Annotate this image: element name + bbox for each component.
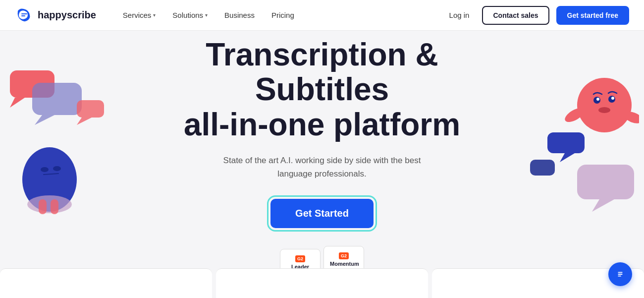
svg-marker-22 — [560, 153, 575, 162]
nav-pricing[interactable]: Pricing — [265, 7, 301, 23]
logo-icon — [15, 6, 34, 25]
nav-right: Log in Contact sales Get started free — [443, 6, 629, 25]
hero-title: Transcription & Subtitles all-in-one pla… — [149, 37, 495, 142]
chevron-down-icon: ▾ — [205, 12, 208, 18]
svg-marker-5 — [77, 118, 92, 125]
nav-solutions[interactable]: Solutions ▾ — [165, 7, 215, 23]
chat-icon — [615, 269, 626, 280]
chevron-down-icon: ▾ — [153, 12, 156, 18]
hero-subtitle: State of the art A.I. working side by si… — [218, 154, 426, 180]
svg-point-10 — [27, 195, 72, 213]
svg-marker-3 — [35, 115, 54, 125]
get-started-button[interactable]: Get Started — [270, 199, 374, 228]
chat-button[interactable] — [608, 262, 632, 286]
svg-point-18 — [598, 107, 610, 113]
svg-rect-11 — [39, 199, 47, 214]
logo[interactable]: happyscribe — [15, 6, 96, 25]
svg-point-16 — [596, 98, 599, 101]
hero-section: Transcription & Subtitles all-in-one pla… — [0, 31, 644, 298]
login-button[interactable]: Log in — [443, 7, 476, 23]
nav-business[interactable]: Business — [217, 7, 262, 23]
svg-point-7 — [41, 167, 49, 172]
svg-rect-21 — [547, 132, 585, 153]
svg-point-17 — [611, 97, 614, 100]
svg-point-8 — [53, 166, 61, 171]
get-started-free-button[interactable]: Get started free — [556, 6, 629, 25]
svg-rect-23 — [577, 165, 634, 199]
svg-rect-4 — [77, 100, 104, 118]
bottom-card-1 — [0, 268, 212, 298]
svg-marker-1 — [10, 98, 25, 108]
g2-label: G2 — [295, 255, 305, 262]
right-illustration — [520, 60, 639, 216]
svg-rect-25 — [530, 160, 555, 176]
bottom-strip — [0, 268, 644, 298]
nav-services[interactable]: Services ▾ — [116, 7, 163, 23]
svg-marker-24 — [592, 199, 614, 212]
navbar: happyscribe Services ▾ Solutions ▾ Busin… — [0, 0, 644, 31]
svg-rect-12 — [51, 199, 58, 214]
svg-point-13 — [577, 78, 632, 132]
bottom-card-2 — [216, 268, 428, 298]
contact-sales-button[interactable]: Contact sales — [482, 6, 549, 25]
nav-links: Services ▾ Solutions ▾ Business Pricing — [116, 7, 443, 23]
svg-rect-2 — [32, 83, 82, 115]
left-illustration — [5, 65, 114, 221]
logo-text: happyscribe — [38, 9, 96, 21]
g2-label: G2 — [339, 252, 349, 259]
